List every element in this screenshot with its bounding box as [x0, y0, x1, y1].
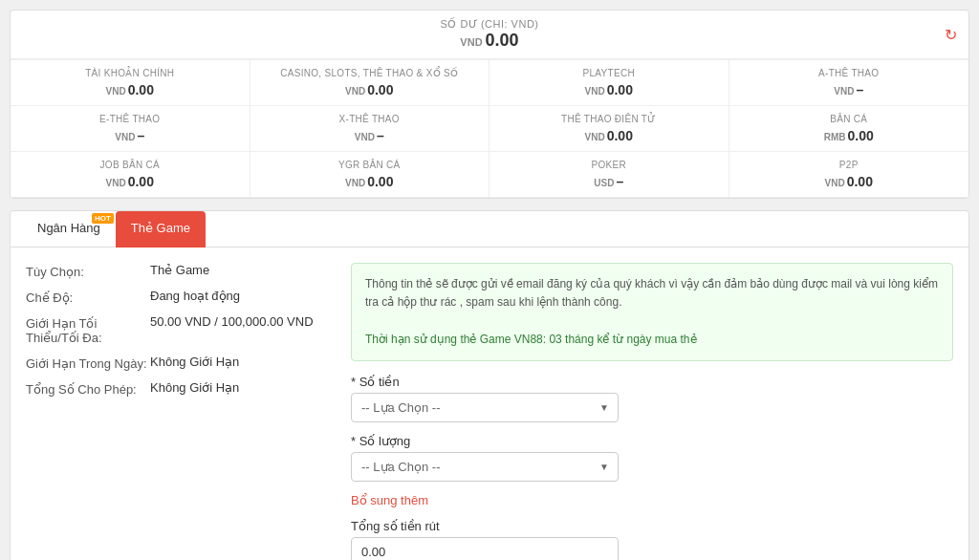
info-label-1: Chế Độ: [26, 289, 150, 305]
info-label-3: Giới Hạn Trong Ngày: [26, 355, 150, 371]
cell-amount-5: VND– [262, 128, 478, 143]
balance-header: SỐ DƯ (CHI: VND) VND0.00 ↻ [11, 11, 968, 59]
info-row-2: Giới Hạn Tối Thiểu/Tối Đa: 50.00 VND / 1… [26, 314, 332, 345]
cell-title-0: TÀI KHOẢN CHÍNH [22, 68, 238, 78]
cell-title-1: CASINO, SLOTS, THÊ THAO & XỔ SỐ [262, 68, 478, 78]
so-tien-group: * Số tiền -- Lựa Chọn -- [351, 375, 953, 422]
info-row-0: Tùy Chọn: Thẻ Game [26, 263, 332, 279]
balance-cell-6: THÊ THAO ĐIÊN TỬ VND0.00 [490, 106, 729, 152]
so-tien-label: * Số tiền [351, 375, 953, 389]
cell-title-9: YGR BÂN CÁ [262, 160, 478, 170]
balance-cell-3: A-THÊ THAO VND– [729, 60, 969, 106]
balance-cell-7: BÂN CÁ RMB0.00 [729, 106, 969, 152]
cell-amount-3: VND– [741, 82, 958, 97]
balance-cell-10: POKER USD– [490, 152, 729, 198]
balance-cell-8: JOB BÂN CÁ VND0.00 [11, 152, 250, 198]
cell-title-8: JOB BÂN CÁ [22, 160, 238, 170]
tab-the-game[interactable]: Thẻ Game [116, 211, 206, 248]
balance-cell-9: YGR BÂN CÁ VND0.00 [250, 152, 490, 198]
balance-cell-11: P2P VND0.00 [729, 152, 969, 198]
info-value-1: Đang hoạt động [150, 289, 240, 303]
cell-amount-1: VND0.00 [262, 82, 478, 97]
tab-ngan-hang[interactable]: Ngân HàngHOT [22, 211, 116, 248]
form-body: Tùy Chọn: Thẻ Game Chế Độ: Đang hoạt độn… [11, 248, 968, 560]
cell-title-3: A-THÊ THAO [741, 68, 958, 78]
cell-amount-11: VND0.00 [741, 174, 958, 189]
cell-amount-10: USD– [501, 174, 717, 189]
info-row-1: Chế Độ: Đang hoạt động [26, 289, 332, 305]
balance-section: SỐ DƯ (CHI: VND) VND0.00 ↻ TÀI KHOẢN CHÍ… [10, 10, 969, 199]
balance-grid: TÀI KHOẢN CHÍNH VND0.00 CASINO, SLOTS, T… [11, 59, 968, 198]
bo-sung-group: Bổ sung thêm [351, 493, 953, 507]
balance-cell-4: E-THÊ THAO VND– [11, 106, 250, 152]
balance-cell-1: CASINO, SLOTS, THÊ THAO & XỔ SỐ VND0.00 [250, 60, 490, 106]
form-left: Tùy Chọn: Thẻ Game Chế Độ: Đang hoạt độn… [26, 263, 332, 560]
info-row-3: Giới Hạn Trong Ngày: Không Giới Hạn [26, 355, 332, 371]
info-box-text: Thông tin thẻ sẽ được gửi về email đăng … [365, 277, 938, 309]
form-right: Thông tin thẻ sẽ được gửi về email đăng … [351, 263, 953, 560]
info-value-0: Thẻ Game [150, 263, 209, 277]
info-value-2: 50.00 VND / 100,000.00 VND [150, 314, 314, 329]
info-label-2: Giới Hạn Tối Thiểu/Tối Đa: [26, 314, 150, 345]
so-luong-select-wrapper: -- Lựa Chọn -- [351, 452, 619, 482]
bo-sung-label: Bổ sung thêm [351, 493, 953, 507]
info-box-highlight: Thời hạn sử dụng thẻ Game VN88: 03 tháng… [365, 333, 697, 346]
cell-title-5: X-THÊ THAO [262, 114, 478, 124]
cell-title-4: E-THÊ THAO [22, 114, 238, 124]
so-luong-label: * Số lượng [351, 434, 953, 448]
cell-title-10: POKER [501, 160, 717, 170]
so-luong-select[interactable]: -- Lựa Chọn -- [351, 452, 619, 482]
tong-so-tien-group: Tổng số tiền rút [351, 519, 953, 560]
info-label-4: Tổng Số Cho Phép: [26, 380, 150, 397]
refresh-icon[interactable]: ↻ [945, 26, 957, 44]
cell-amount-7: RMB0.00 [741, 128, 958, 143]
info-label-0: Tùy Chọn: [26, 263, 150, 279]
balance-cell-0: TÀI KHOẢN CHÍNH VND0.00 [11, 60, 250, 106]
cell-amount-4: VND– [22, 128, 238, 143]
balance-cell-5: X-THÊ THAO VND– [250, 106, 490, 152]
cell-amount-6: VND0.00 [501, 128, 717, 143]
tong-so-tien-label: Tổng số tiền rút [351, 519, 953, 533]
cell-title-2: PLAYTECH [501, 68, 717, 78]
cell-title-11: P2P [741, 160, 958, 170]
balance-currency: VND [460, 36, 482, 48]
tong-so-tien-input[interactable] [351, 537, 619, 560]
hot-badge: HOT [92, 213, 114, 224]
cell-title-7: BÂN CÁ [741, 114, 958, 124]
cell-amount-9: VND0.00 [262, 174, 478, 189]
so-tien-select[interactable]: -- Lựa Chọn -- [351, 393, 619, 422]
balance-cell-2: PLAYTECH VND0.00 [490, 60, 729, 106]
cell-amount-8: VND0.00 [22, 174, 238, 189]
so-tien-select-wrapper: -- Lựa Chọn -- [351, 393, 619, 422]
info-value-4: Không Giới Hạn [150, 380, 239, 395]
info-box: Thông tin thẻ sẽ được gửi về email đăng … [351, 263, 953, 361]
cell-amount-2: VND0.00 [501, 82, 717, 97]
info-row-4: Tổng Số Cho Phép: Không Giới Hạn [26, 380, 332, 397]
cell-amount-0: VND0.00 [22, 82, 238, 97]
form-section: Ngân HàngHOTThẻ Game Tùy Chọn: Thẻ Game … [10, 210, 969, 560]
so-luong-group: * Số lượng -- Lựa Chọn -- [351, 434, 953, 482]
page-wrapper: SỐ DƯ (CHI: VND) VND0.00 ↻ TÀI KHOẢN CHÍ… [0, 0, 979, 560]
balance-title: SỐ DƯ (CHI: VND) [18, 18, 961, 31]
info-value-3: Không Giới Hạn [150, 355, 239, 369]
balance-amount: VND0.00 [18, 31, 961, 51]
tabs: Ngân HàngHOTThẻ Game [11, 211, 968, 248]
cell-title-6: THÊ THAO ĐIÊN TỬ [501, 114, 717, 124]
